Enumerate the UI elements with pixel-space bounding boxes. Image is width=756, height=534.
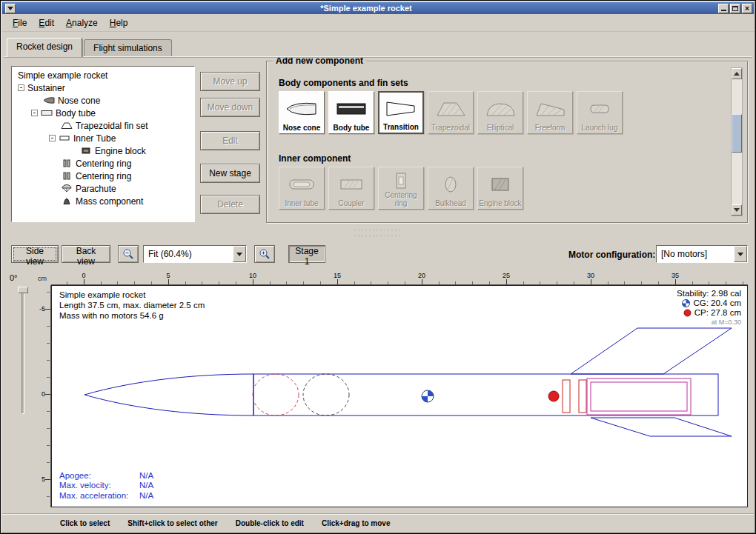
stability-value: Stability: 2.98 cal	[677, 289, 741, 298]
menu-edit[interactable]: Edit	[33, 16, 60, 30]
splitter[interactable]: ··························	[1, 227, 755, 238]
transition-icon	[385, 95, 417, 124]
tab-flight-simulations[interactable]: Flight simulations	[84, 39, 172, 57]
minimize-icon	[721, 10, 726, 11]
menu-help[interactable]: Help	[104, 16, 134, 30]
rocket-info: Simple example rocket Length 37.5 cm, ma…	[59, 290, 205, 321]
new-stage-button[interactable]: New stage	[200, 164, 260, 183]
max-acceleration-label: Max. acceleration:	[59, 491, 139, 501]
body-components-section-title: Body components and fin sets	[279, 78, 408, 88]
hint-double-click: Double-click to edit	[236, 519, 304, 527]
rocket-name: Simple example rocket	[59, 290, 205, 300]
max-acceleration-value: N/A	[139, 491, 153, 501]
motor-configuration-select[interactable]: [No motors]	[656, 245, 748, 263]
vertical-ruler: -5 0 5	[35, 285, 51, 507]
mass-component-icon	[61, 197, 73, 205]
rocket-mass: Mass with no motors 54.6 g	[59, 310, 205, 321]
side-view-button[interactable]: Side view	[11, 245, 59, 263]
dropdown-arrow-icon[interactable]	[734, 246, 747, 262]
inner-components-row: Inner tube Coupler Centering ring Bulkhe…	[279, 167, 523, 210]
maximize-button[interactable]	[730, 4, 740, 13]
back-view-button[interactable]: Back view	[62, 245, 110, 263]
tree-row-centering-ring-2[interactable]: Centering ring	[13, 170, 193, 182]
engine-block-icon	[484, 170, 517, 200]
tree-row-mass-component[interactable]: Mass component	[13, 195, 193, 207]
collapse-icon[interactable]	[49, 135, 56, 141]
inner-component-section-title: Inner component	[279, 153, 351, 164]
rotation-slider-handle[interactable]	[18, 287, 28, 293]
stability-info: Stability: 2.98 cal CG: 20.4 cm CP: 27.8…	[677, 289, 741, 327]
collapse-icon[interactable]	[18, 84, 24, 91]
max-velocity-value: N/A	[139, 481, 153, 491]
nose-cone-icon	[285, 94, 318, 124]
tree-row-engine-block[interactable]: Engine block	[13, 144, 193, 157]
add-transition-button[interactable]: Transition	[378, 91, 424, 134]
tab-pane-border	[4, 56, 752, 57]
bulkhead-icon	[434, 170, 467, 200]
app-window: *Simple example rocket × File Edit Analy…	[0, 0, 756, 534]
tree-row-fin-set[interactable]: Trapezoidal fin set	[13, 119, 193, 132]
stability-condition: at M=0.30	[712, 318, 741, 327]
motor-configuration-value: [No motors]	[657, 249, 734, 259]
window-menu-button[interactable]	[5, 4, 16, 13]
ruler-unit-label: cm	[38, 275, 47, 282]
add-body-tube-button[interactable]: Body tube	[328, 91, 374, 134]
cp-marker	[548, 391, 559, 401]
rocket-canvas[interactable]: Simple example rocket Length 37.5 cm, ma…	[51, 285, 748, 507]
centering-ring-icon	[61, 159, 73, 167]
status-bar: Click to select Shift+click to select ot…	[2, 514, 754, 532]
component-tree[interactable]: Simple example rocket Sustainer Nose con…	[11, 66, 195, 222]
centering-ring-icon	[385, 170, 417, 192]
main-tabs: Rocket design Flight simulations	[7, 38, 173, 57]
rocket-viewer: 0° cm 0 5 10 15 20 25 30 35 -5 0 5	[7, 270, 751, 513]
add-nose-cone-button[interactable]: Nose cone	[279, 91, 325, 134]
tree-row-sustainer[interactable]: Sustainer	[13, 81, 193, 94]
tree-row-centering-ring-1[interactable]: Centering ring	[13, 157, 193, 170]
tree-row-rocket[interactable]: Simple example rocket	[13, 69, 193, 81]
trapezoidal-fin-icon	[61, 121, 73, 130]
title-bar[interactable]: *Simple example rocket ×	[2, 2, 754, 14]
minimize-button[interactable]	[718, 4, 729, 13]
menu-file[interactable]: File	[7, 16, 33, 30]
cg-legend-icon	[682, 299, 690, 307]
add-trapezoidal-fin-button: Trapezoidal	[428, 91, 474, 134]
zoom-out-button[interactable]	[118, 245, 139, 263]
zoom-value: Fit (60.4%)	[144, 249, 233, 259]
scroll-up-button[interactable]	[732, 68, 742, 79]
stage-1-toggle[interactable]: Stage 1	[288, 245, 325, 263]
dropdown-arrow-icon[interactable]	[233, 246, 246, 262]
parachute-icon	[61, 184, 73, 193]
max-velocity-label: Max. velocity:	[59, 481, 139, 491]
body-tube-icon	[41, 109, 53, 117]
add-bulkhead-button: Bulkhead	[428, 167, 474, 210]
close-button[interactable]: ×	[742, 4, 752, 13]
tab-rocket-design[interactable]: Rocket design	[7, 38, 82, 57]
zoom-in-button[interactable]	[254, 245, 275, 263]
scrollbar-thumb[interactable]	[732, 114, 742, 153]
tree-row-parachute[interactable]: Parachute	[13, 182, 193, 195]
move-up-button: Move up	[200, 72, 260, 91]
tree-row-body-tube[interactable]: Body tube	[13, 107, 193, 119]
scroll-down-button[interactable]	[732, 204, 742, 216]
add-component-title: Add new component	[273, 56, 366, 66]
add-elliptical-fin-button: Elliptical	[477, 91, 523, 134]
component-panel-scrollbar[interactable]	[731, 67, 743, 216]
rotation-slider-track[interactable]	[21, 290, 24, 414]
tree-row-inner-tube[interactable]: Inner Tube	[13, 132, 193, 144]
add-component-panel: Add new component Body components and fi…	[266, 61, 748, 223]
hint-shift-click: Shift+click to select other	[127, 519, 217, 527]
rocket-dimensions: Length 37.5 cm, max. diameter 2.5 cm	[59, 300, 205, 310]
delete-button: Delete	[200, 195, 260, 214]
add-centering-ring-button: Centering ring	[378, 167, 424, 210]
zoom-select[interactable]: Fit (60.4%)	[143, 245, 247, 263]
cp-value: CP: 27.8 cm	[694, 308, 741, 318]
cg-marker	[422, 390, 434, 402]
cg-value: CG: 20.4 cm	[693, 298, 741, 308]
motor-configuration-label: Motor configuration:	[568, 250, 655, 260]
horizontal-ruler: 0 5 10 15 20 25 30 35	[51, 270, 748, 285]
menu-analyze[interactable]: Analyze	[60, 16, 104, 30]
tree-row-nose-cone[interactable]: Nose cone	[13, 94, 193, 107]
elliptical-fin-icon	[484, 94, 517, 124]
add-coupler-button: Coupler	[328, 167, 374, 210]
collapse-icon[interactable]	[31, 110, 38, 116]
